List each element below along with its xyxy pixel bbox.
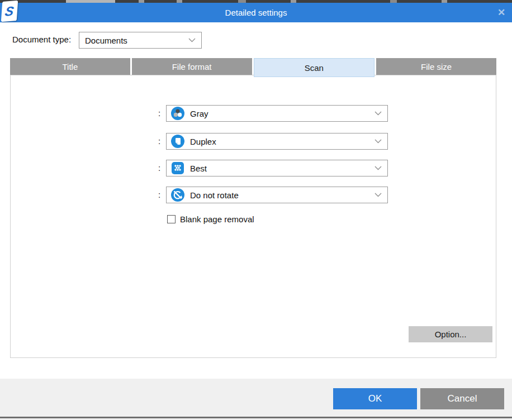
colon: :: [158, 108, 160, 118]
no-rotate-icon: [171, 188, 184, 202]
close-icon[interactable]: ✕: [495, 7, 508, 19]
option-button[interactable]: Option...: [409, 326, 492, 342]
scansnap-logo-icon: S: [1, 1, 18, 22]
detailed-settings-window: Detailed settings ✕ S Document type: Doc…: [0, 0, 512, 420]
tab-scan[interactable]: Scan: [254, 58, 375, 77]
blank-page-removal-checkbox[interactable]: [167, 215, 176, 223]
tab-title[interactable]: Title: [10, 58, 130, 75]
color-mode-select[interactable]: Gray: [166, 105, 388, 122]
scanning-side-select[interactable]: Duplex: [166, 133, 388, 150]
chevron-down-icon: [374, 193, 382, 197]
colon: :: [158, 190, 160, 199]
titlebar: Detailed settings ✕: [0, 3, 512, 22]
chevron-down-icon: [374, 166, 382, 170]
color-mode-gray-icon: [171, 107, 184, 120]
image-quality-value: Best: [190, 164, 374, 173]
tab-file-size[interactable]: File size: [376, 58, 496, 75]
chevron-down-icon: [374, 111, 382, 116]
cancel-button[interactable]: Cancel: [420, 388, 504, 409]
colon: :: [158, 163, 160, 173]
document-type-select[interactable]: Documents: [79, 32, 202, 49]
chevron-down-icon: [188, 38, 196, 42]
image-quality-icon: [171, 161, 184, 175]
document-type-value: Documents: [85, 36, 188, 45]
rotation-select[interactable]: Do not rotate: [166, 187, 388, 203]
image-quality-select[interactable]: Best: [166, 160, 388, 176]
colon: :: [158, 136, 160, 146]
chevron-down-icon: [374, 139, 382, 144]
ok-button[interactable]: OK: [333, 388, 417, 409]
tab-file-format[interactable]: File format: [132, 58, 252, 75]
duplex-icon: [171, 135, 184, 148]
document-type-label: Document type:: [12, 35, 71, 44]
color-mode-value: Gray: [190, 109, 374, 118]
window-title: Detailed settings: [0, 3, 512, 22]
scan-tab-panel: Color mode : Gray Scanning side :: [10, 75, 496, 358]
scanning-side-value: Duplex: [190, 137, 374, 146]
rotation-value: Do not rotate: [190, 190, 374, 200]
footer-bar: OK Cancel: [0, 379, 512, 417]
settings-tabs: Title File format Scan File size: [10, 58, 496, 77]
blank-page-removal-label: Blank page removal: [180, 214, 254, 224]
blank-page-removal-row: Blank page removal: [167, 214, 254, 224]
logo-letter: S: [4, 4, 15, 18]
